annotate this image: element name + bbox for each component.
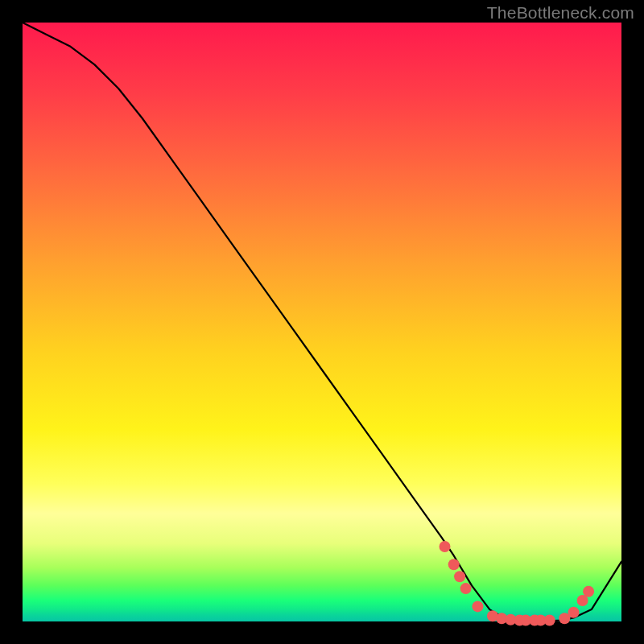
marker-dot (544, 615, 555, 626)
marker-dot (460, 583, 472, 594)
chart-frame: TheBottleneck.com (0, 0, 644, 644)
marker-dot (568, 607, 580, 618)
gradient-plot-area (23, 23, 621, 621)
marker-dot (440, 541, 451, 552)
marker-dot (472, 601, 483, 612)
watermark-text: TheBottleneck.com (487, 3, 634, 23)
marker-dot (583, 586, 594, 597)
marker-dot (454, 571, 465, 582)
marker-dot (448, 559, 460, 570)
curve-markers (440, 541, 595, 626)
bottleneck-curve (23, 23, 621, 621)
curve-svg (23, 23, 621, 621)
